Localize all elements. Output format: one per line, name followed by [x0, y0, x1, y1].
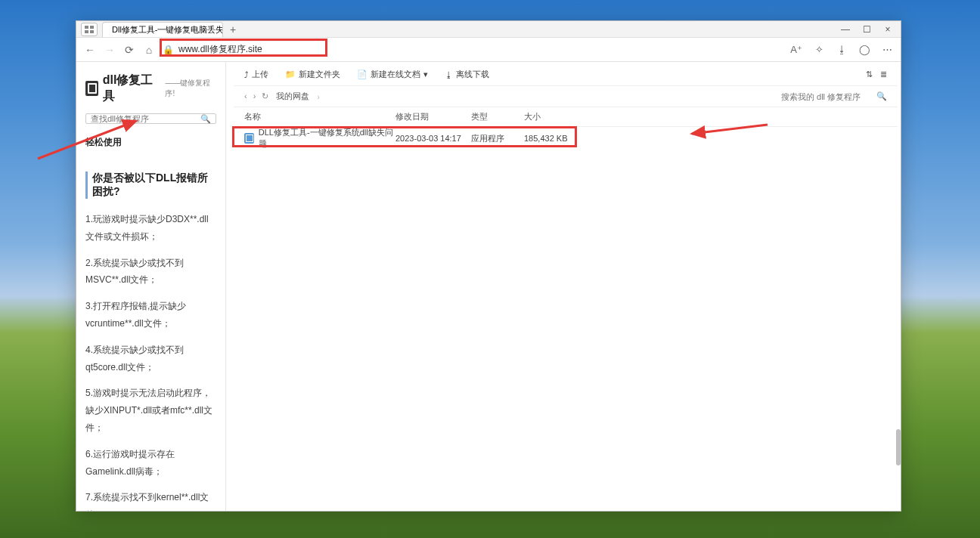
breadcrumb-root[interactable]: 我的网盘 — [276, 91, 309, 102]
file-type: 应用程序 — [471, 133, 524, 144]
browser-window: Dll修复工具-一键修复电脑丢失D... × + — ☐ × ← → ⟳ ⌂ 🔒… — [76, 20, 901, 512]
list-view-icon[interactable]: ≣ — [880, 70, 887, 79]
brand-title: dll修复工具 — [103, 73, 161, 104]
bc-nav: ‹ › ↻ — [244, 91, 268, 101]
new-tab-button[interactable]: + — [226, 23, 240, 36]
url-text: www.dll修复程序.site — [178, 43, 262, 56]
search-icon[interactable]: 🔍 — [200, 114, 211, 124]
tab-title: Dll修复工具-一键修复电脑丢失D... — [112, 24, 223, 36]
favorites-button[interactable]: ✧ — [813, 44, 825, 55]
faq-item: 4.系统提示缺少或找不到qt5core.dll文件； — [85, 342, 216, 376]
tab-strip: Dll修复工具-一键修复电脑丢失D... × + — [81, 22, 833, 37]
faq-item: 6.运行游戏时提示存在Gamelink.dll病毒； — [85, 446, 216, 481]
file-size: 185,432 KB — [524, 134, 585, 143]
offline-download-button[interactable]: ⭳ 离线下载 — [445, 69, 489, 80]
download-icon: ⭳ — [445, 70, 453, 79]
new-folder-button[interactable]: 📁 新建文件夹 — [285, 69, 340, 80]
faq-item: 3.打开程序报错,提示缺少vcruntime**.dll文件； — [85, 298, 216, 332]
file-toolbar: ⤴ 上传 📁 新建文件夹 📄 新建在线文档 ▾ ⭳ 离线下载 — [234, 63, 898, 86]
faq-item: 5.游戏时提示无法启动此程序，缺少XINPUT*.dll或者mfc**.dll文… — [85, 385, 216, 436]
col-date[interactable]: 修改日期 — [395, 111, 471, 122]
svg-rect-2 — [85, 30, 88, 33]
brand-icon — [85, 81, 98, 96]
new-online-doc-button[interactable]: 📄 新建在线文档 ▾ — [357, 69, 428, 80]
back-button[interactable]: ← — [84, 44, 96, 56]
table-row[interactable]: DLL修复工具-一键修复系统dll缺失问题... 2023-03-03 14:1… — [234, 127, 898, 150]
faq-heading: 你是否被以下DLL报错所困扰? — [85, 172, 216, 199]
sidebar-easy-use: 轻松使用 — [85, 136, 216, 149]
home-button[interactable]: ⌂ — [143, 44, 155, 56]
doc-icon: 📄 — [357, 70, 368, 79]
address-bar[interactable]: 🔒 www.dll修复程序.site — [163, 43, 783, 56]
site-sidebar: dll修复工具 ——键修复程序! 🔍 轻松使用 你是否被以下DLL报错所困扰? … — [76, 62, 226, 511]
col-size[interactable]: 大小 — [524, 111, 585, 122]
file-search[interactable]: 🔍 — [781, 91, 887, 101]
table-head: 名称 修改日期 类型 大小 — [234, 107, 898, 127]
col-type[interactable]: 类型 — [471, 111, 524, 122]
chevron-down-icon: ▾ — [423, 70, 428, 79]
faq-item: 2.系统提示缺少或找不到MSVC**.dll文件； — [85, 255, 216, 289]
upload-icon: ⤴ — [244, 70, 249, 79]
scrollbar-thumb[interactable] — [896, 429, 901, 465]
page-content: dll修复工具 ——键修复程序! 🔍 轻松使用 你是否被以下DLL报错所困扰? … — [76, 62, 901, 511]
main-panel: ⤴ 上传 📁 新建文件夹 📄 新建在线文档 ▾ ⭳ 离线下载 — [226, 62, 901, 511]
sidebar-search-input[interactable] — [91, 114, 211, 123]
brand: dll修复工具 ——键修复程序! — [85, 73, 216, 104]
file-date: 2023-03-03 14:17 — [395, 134, 471, 143]
bc-refresh-button[interactable]: ↻ — [262, 91, 268, 101]
sort-icon[interactable]: ⇅ — [866, 70, 873, 79]
svg-rect-0 — [85, 26, 88, 29]
downloads-button[interactable]: ⭳ — [836, 44, 848, 55]
refresh-button[interactable]: ⟳ — [123, 44, 135, 56]
browser-tab[interactable]: Dll修复工具-一键修复电脑丢失D... × — [102, 22, 223, 37]
col-name[interactable]: 名称 — [244, 111, 395, 122]
breadcrumb-sep: › — [317, 92, 320, 101]
file-name: DLL修复工具-一键修复系统dll缺失问题... — [259, 127, 395, 150]
faq-item: 1.玩游戏时提示缺少D3DX**.dll文件或文件损坏； — [85, 211, 216, 246]
view-controls: ⇅ ≣ — [866, 70, 887, 79]
folder-icon: 📁 — [285, 70, 296, 79]
svg-rect-1 — [90, 26, 94, 29]
sidebar-search[interactable]: 🔍 — [85, 113, 216, 124]
new-online-doc-label: 新建在线文档 — [371, 69, 420, 80]
brand-subtitle: ——键修复程序! — [165, 78, 216, 99]
profile-button[interactable]: ◯ — [858, 44, 870, 55]
window-controls: — ☐ × — [833, 24, 901, 35]
faq-list: 1.玩游戏时提示缺少D3DX**.dll文件或文件损坏； 2.系统提示缺少或找不… — [85, 211, 216, 511]
more-button[interactable]: ⋯ — [881, 44, 893, 55]
tab-hub-button[interactable] — [81, 23, 98, 36]
lock-icon: 🔒 — [163, 45, 174, 55]
breadcrumb-row: ‹ › ↻ 我的网盘 › 🔍 — [234, 86, 898, 107]
offline-download-label: 离线下载 — [456, 69, 489, 80]
faq-item: 7.系统提示找不到kernel**.dll文件； — [85, 489, 216, 511]
file-icon — [244, 133, 254, 144]
bc-forward-button[interactable]: › — [253, 91, 256, 101]
svg-rect-3 — [90, 30, 94, 33]
forward-button[interactable]: → — [104, 44, 116, 56]
window-minimize-button[interactable]: — — [840, 24, 851, 35]
window-maximize-button[interactable]: ☐ — [861, 24, 872, 35]
file-search-input[interactable] — [781, 92, 872, 101]
search-icon[interactable]: 🔍 — [876, 91, 887, 101]
read-aloud-button[interactable]: A⁺ — [790, 44, 802, 55]
toolbar-right-icons: A⁺ ✧ ⭳ ◯ ⋯ — [790, 44, 893, 55]
upload-label: 上传 — [252, 69, 268, 80]
browser-titlebar: Dll修复工具-一键修复电脑丢失D... × + — ☐ × — [76, 21, 901, 38]
browser-toolbar: ← → ⟳ ⌂ 🔒 www.dll修复程序.site A⁺ ✧ ⭳ ◯ ⋯ — [76, 38, 901, 62]
window-close-button[interactable]: × — [882, 24, 893, 35]
bc-back-button[interactable]: ‹ — [244, 91, 247, 101]
new-folder-label: 新建文件夹 — [299, 69, 340, 80]
upload-button[interactable]: ⤴ 上传 — [244, 69, 268, 80]
cloud-file-panel: ⤴ 上传 📁 新建文件夹 📄 新建在线文档 ▾ ⭳ 离线下载 — [234, 63, 898, 508]
